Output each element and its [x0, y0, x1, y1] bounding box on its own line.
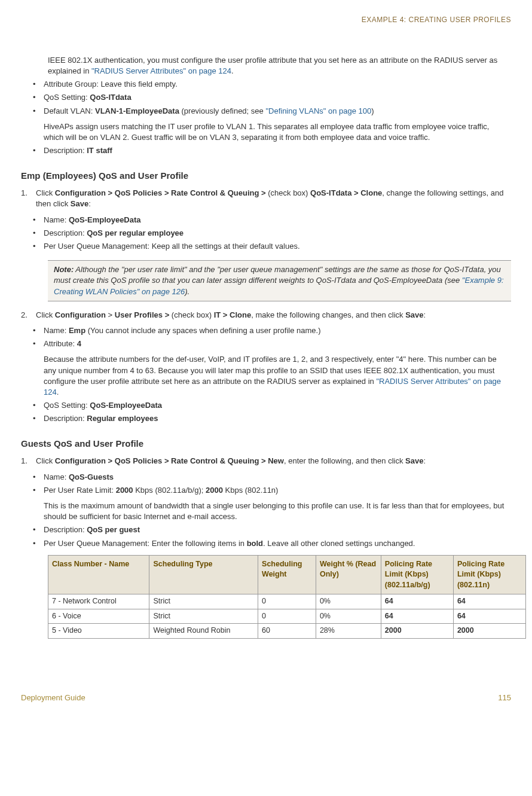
text: Description: [44, 525, 87, 534]
text: QoS Setting: [44, 93, 90, 102]
text: , enter the following, and then click [284, 456, 405, 465]
text: Per User Queue Management: Enter the fol… [44, 539, 247, 548]
text: Click [36, 188, 55, 197]
bullet-text: Per User Rate Limit: 2000 Kbps (802.11a/… [44, 485, 511, 523]
paragraph: HiveAPs assign users matching the IT use… [44, 121, 511, 143]
bullet-icon: • [33, 524, 44, 535]
bullet-text: Description: Regular employees [44, 413, 511, 424]
value: IT staff [87, 146, 112, 155]
value: Regular employees [87, 414, 158, 423]
value: 2000 [116, 486, 133, 495]
table-row: 6 - Voice Strict 0 0% 64 64 [48, 609, 526, 624]
page-footer: Deployment Guide 115 [21, 693, 511, 703]
path: QoS-ITdata > Clone [310, 188, 382, 197]
table-row: 5 - Video Weighted Round Robin 60 28% 20… [48, 624, 526, 639]
step-text: Click Configuration > QoS Policies > Rat… [36, 188, 511, 209]
bullet-icon: • [33, 241, 44, 252]
bullet-text: Name: Emp (You cannot include any spaces… [44, 325, 511, 336]
value: 64 [385, 612, 393, 620]
text: Default VLAN: [44, 106, 95, 115]
cell: 2000 [453, 624, 525, 639]
bullet-icon: • [33, 485, 44, 523]
qos-table: Class Number - Name Scheduling Type Sche… [48, 555, 526, 639]
text: : [423, 456, 426, 465]
text: Click [36, 456, 55, 465]
list-number: 1. [21, 188, 36, 209]
value: QoS-EmployeeData [90, 401, 162, 410]
bullet-icon: • [33, 106, 44, 144]
bullet-icon: • [33, 145, 44, 156]
text: (previously defined; see [179, 106, 266, 115]
value: VLAN-1-EmployeeData [95, 106, 179, 115]
cell: 7 - Network Control [48, 594, 149, 609]
cell: 6 - Voice [48, 609, 149, 624]
bullet-icon: • [33, 92, 44, 103]
col-rate-abg: Policing Rate Limit (Kbps) (802.11a/b/g) [381, 555, 453, 594]
step-text: Click Configuration > User Profiles > (c… [36, 310, 511, 321]
bullet-text: Attribute Group: Leave this field empty. [44, 79, 511, 90]
value: bold [247, 539, 263, 548]
text: (check box) [172, 310, 214, 319]
bullet-text: QoS Setting: QoS-EmployeeData [44, 400, 511, 411]
value: QoS per guest [87, 525, 140, 534]
note-text: Although the "per user rate limit" and t… [54, 265, 501, 285]
bullet-icon: • [33, 472, 44, 483]
section-heading-guests: Guests QoS and User Profile [21, 437, 511, 450]
bullet-text: QoS Setting: QoS-ITdata [44, 92, 511, 103]
value: QoS per regular employee [87, 228, 184, 237]
col-sched-type: Scheduling Type [149, 555, 258, 594]
col-sched-weight: Scheduling Weight [258, 555, 316, 594]
text: Description: [44, 228, 87, 237]
bullet-icon: • [33, 538, 44, 549]
bullet-text: Description: IT staff [44, 145, 511, 156]
bullet-icon: • [33, 413, 44, 424]
action: Save [405, 310, 423, 319]
text: (check box) [268, 188, 310, 197]
value: 2000 [206, 486, 223, 495]
bullet-icon: • [33, 325, 44, 336]
page-header: EXAMPLE 4: CREATING USER PROFILES [21, 15, 511, 25]
cell: 0% [316, 594, 381, 609]
path: Configuration [55, 310, 106, 319]
col-rate-n: Policing Rate Limit (Kbps) (802.11n) [453, 555, 525, 594]
text: Kbps (802.11n) [223, 486, 279, 495]
col-weight-pct: Weight % (Read Only) [316, 555, 381, 594]
text: . [231, 66, 234, 75]
text: Name: [44, 472, 69, 481]
link-radius-attributes[interactable]: "RADIUS Server Attributes" on page 124 [91, 66, 231, 75]
text: Name: [44, 215, 69, 224]
text: Name: [44, 326, 69, 335]
cell: 5 - Video [48, 624, 149, 639]
text: QoS Setting: [44, 401, 90, 410]
text: Click [36, 310, 55, 319]
cell: 64 [453, 594, 525, 609]
cell: Strict [149, 594, 258, 609]
cell: Strict [149, 609, 258, 624]
bullet-text: Default VLAN: VLAN-1-EmployeeData (previ… [44, 106, 511, 144]
table-header-row: Class Number - Name Scheduling Type Sche… [48, 555, 526, 594]
text: (You cannot include any spaces when defi… [85, 326, 320, 335]
value: 4 [77, 339, 81, 348]
cell: 2000 [381, 624, 453, 639]
table-row: 7 - Network Control Strict 0 0% 64 64 [48, 594, 526, 609]
cell: 64 [381, 594, 453, 609]
text: Per User Rate Limit: [44, 486, 116, 495]
bullet-icon: • [33, 400, 44, 411]
text: : [424, 310, 426, 319]
value: 2000 [457, 626, 474, 635]
cell: Weighted Round Robin [149, 624, 258, 639]
page-number: 115 [498, 693, 511, 703]
bullet-text: Description: QoS per regular employee [44, 228, 511, 239]
path: IT > Clone [214, 310, 251, 319]
step-text: Click Configuration > QoS Policies > Rat… [36, 456, 511, 466]
bullet-text: Attribute: 4 Because the attribute numbe… [44, 338, 511, 398]
value: QoS-ITdata [90, 93, 131, 102]
bullet-icon: • [33, 79, 44, 90]
cell: 0 [258, 594, 316, 609]
bullet-text: Name: QoS-Guests [44, 472, 511, 483]
list-number: 1. [21, 456, 36, 466]
link-defining-vlans[interactable]: "Defining VLANs" on page 100 [265, 106, 371, 115]
text: Kbps (802.11a/b/g); [133, 486, 206, 495]
bullet-icon: • [33, 338, 44, 398]
text: . [57, 388, 59, 397]
